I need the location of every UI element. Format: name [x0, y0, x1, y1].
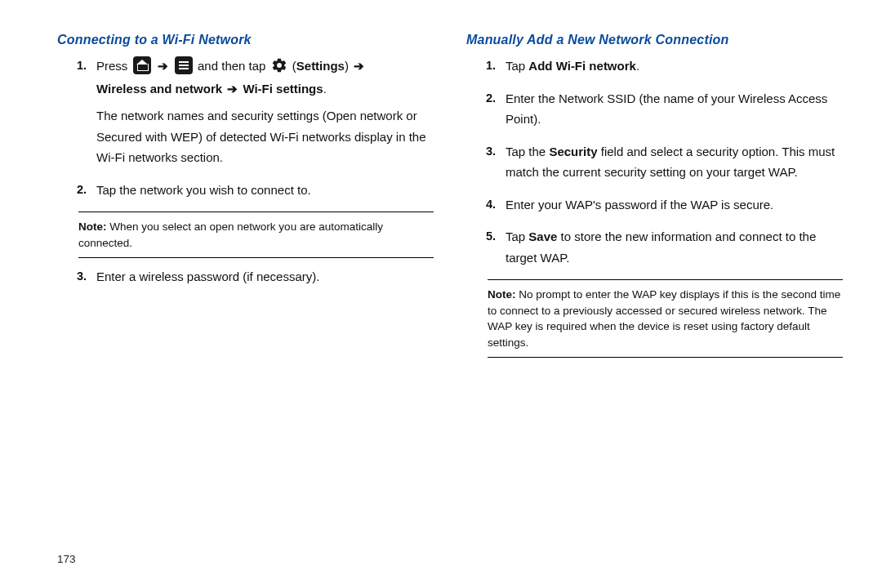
note-text: When you select an open network you are …: [78, 220, 383, 249]
step-number: 3.: [77, 266, 87, 287]
note-block: Note: When you select an open network yo…: [78, 219, 434, 251]
period: .: [323, 82, 327, 96]
two-column-layout: Connecting to a Wi-Fi Network 1. Press ➔…: [57, 33, 843, 364]
right-step-4: 4. Enter your WAP's password if the WAP …: [489, 194, 843, 216]
right-step-1: 1. Tap Add Wi-Fi network.: [489, 56, 843, 77]
step-text: Enter a wireless password (if necessary)…: [96, 270, 319, 283]
menu-icon: [175, 56, 193, 74]
wireless-network-label: Wireless and network: [96, 82, 225, 96]
gear-icon: [271, 57, 287, 74]
text-pre: Tap the: [506, 145, 549, 158]
left-steps: 1. Press ➔ and then tap (Settings) ➔: [57, 56, 434, 200]
left-steps-continued: 3. Enter a wireless password (if necessa…: [57, 266, 434, 287]
divider: [488, 357, 843, 358]
step-number: 1.: [486, 56, 496, 76]
step-line2: Wireless and network ➔ Wi-Fi settings.: [96, 78, 434, 100]
step-number: 2.: [486, 88, 496, 109]
note-label: Note:: [488, 288, 519, 301]
note-block: Note: No prompt to enter the WAP key dis…: [488, 287, 843, 350]
text-then-tap: and then tap: [198, 59, 270, 73]
left-step-3: 3. Enter a wireless password (if necessa…: [80, 266, 434, 287]
security-label: Security: [549, 145, 597, 158]
step-number: 1.: [77, 56, 87, 76]
note-text: No prompt to enter the WAP key displays …: [488, 288, 840, 349]
section-title-manual: Manually Add a New Network Connection: [466, 33, 843, 47]
step-number: 5.: [486, 226, 496, 247]
divider: [488, 279, 843, 280]
wifi-settings-label: Wi-Fi settings: [243, 82, 323, 96]
section-title-connecting: Connecting to a Wi-Fi Network: [57, 33, 434, 47]
right-step-2: 2. Enter the Network SSID (the name of y…: [489, 88, 843, 130]
step-description: The network names and security settings …: [96, 105, 434, 168]
left-column: Connecting to a Wi-Fi Network 1. Press ➔…: [57, 33, 434, 364]
step-number: 4.: [486, 194, 496, 215]
add-wifi-label: Add Wi-Fi network: [528, 59, 636, 73]
step-text: Tap the Security field and select a secu…: [506, 145, 835, 180]
step-number: 2.: [77, 180, 87, 200]
left-step-1: 1. Press ➔ and then tap (Settings) ➔: [80, 56, 434, 168]
step-text: Enter your WAP's password if the WAP is …: [506, 198, 773, 212]
left-step-2: 2. Tap the network you wish to connect t…: [80, 180, 434, 201]
step-text: Tap Save to store the new information an…: [506, 229, 816, 265]
text-press: Press: [96, 59, 131, 73]
save-label: Save: [528, 229, 557, 243]
step-text: Press ➔ and then tap (Settings) ➔: [96, 59, 366, 73]
divider: [78, 257, 434, 258]
text-pre: Tap: [506, 59, 528, 73]
text-post: .: [636, 59, 639, 73]
paren-close: ): [345, 59, 352, 73]
right-steps: 1. Tap Add Wi-Fi network. 2. Enter the N…: [466, 56, 843, 268]
right-column: Manually Add a New Network Connection 1.…: [466, 33, 843, 364]
step-text: Enter the Network SSID (the name of your…: [506, 91, 827, 127]
divider: [78, 212, 434, 212]
note-label: Note:: [78, 220, 109, 233]
settings-label: Settings: [296, 59, 345, 73]
arrow-icon: ➔: [156, 56, 170, 77]
step-text: Tap the network you wish to connect to.: [96, 183, 311, 197]
manual-page: Connecting to a Wi-Fi Network 1. Press ➔…: [0, 0, 882, 588]
arrow-icon: ➔: [352, 56, 366, 77]
page-number: 173: [57, 553, 76, 565]
step-number: 3.: [486, 141, 496, 162]
step-text: Tap Add Wi-Fi network.: [506, 59, 639, 73]
text-pre: Tap: [506, 229, 528, 243]
right-step-3: 3. Tap the Security field and select a s…: [489, 141, 843, 183]
right-step-5: 5. Tap Save to store the new information…: [489, 226, 843, 268]
home-icon: [133, 56, 151, 74]
arrow-icon: ➔: [225, 78, 239, 100]
